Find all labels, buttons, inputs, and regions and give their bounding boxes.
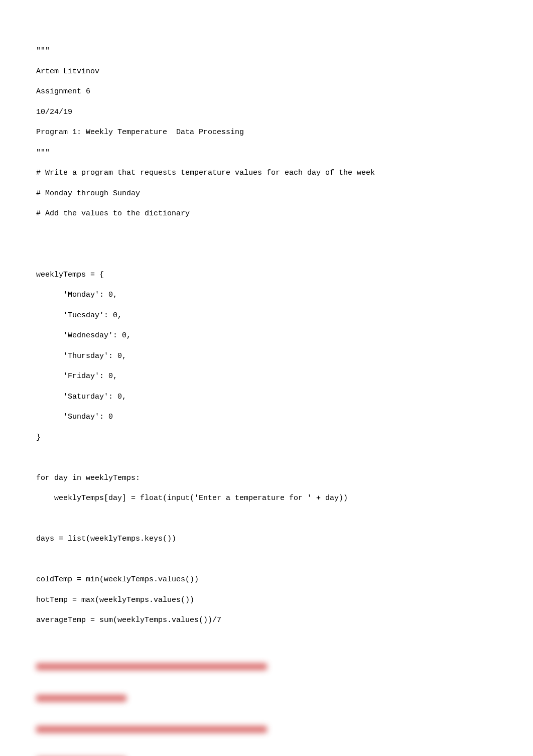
code-line: averageTemp = sum(weeklyTemps.values())/… <box>36 616 221 624</box>
document-page: """ Artem Litvinov Assignment 6 10/24/19… <box>0 0 533 756</box>
code-line: # Write a program that requests temperat… <box>36 169 375 177</box>
code-line: """ <box>36 47 50 55</box>
code-line: 'Wednesday': 0, <box>36 331 131 340</box>
code-line: # Add the values to the dictionary <box>36 209 190 218</box>
code-line: 'Tuesday': 0, <box>36 311 122 320</box>
code-line: hotTemp = max(weeklyTemps.values()) <box>36 596 194 604</box>
code-line: 'Saturday': 0, <box>36 393 126 401</box>
code-line: 'Sunday': 0 <box>36 413 113 421</box>
code-line: 'Thursday': 0, <box>36 352 126 360</box>
obscured-region <box>36 643 297 756</box>
code-line: 10/24/19 <box>36 108 72 116</box>
code-line: """ <box>36 149 50 157</box>
code-line: days = list(weeklyTemps.keys()) <box>36 535 176 543</box>
code-line: coldTemp = min(weeklyTemps.values()) <box>36 575 199 584</box>
code-line: weeklyTemps = { <box>36 271 104 279</box>
code-line: for day in weeklyTemps: <box>36 474 140 482</box>
code-line: weeklyTemps[day] = float(input('Enter a … <box>36 494 348 502</box>
code-line: 'Friday': 0, <box>36 372 117 381</box>
code-line: Program 1: Weekly Temperature Data Proce… <box>36 128 244 137</box>
code-line: # Monday through Sunday <box>36 189 140 198</box>
code-line: } <box>36 433 41 442</box>
obscured-line <box>36 663 267 670</box>
code-line: 'Monday': 0, <box>36 291 117 299</box>
code-line: Assignment 6 <box>36 87 90 96</box>
obscured-line <box>36 695 126 702</box>
obscured-line <box>36 726 267 733</box>
code-line: Artem Litvinov <box>36 67 99 76</box>
